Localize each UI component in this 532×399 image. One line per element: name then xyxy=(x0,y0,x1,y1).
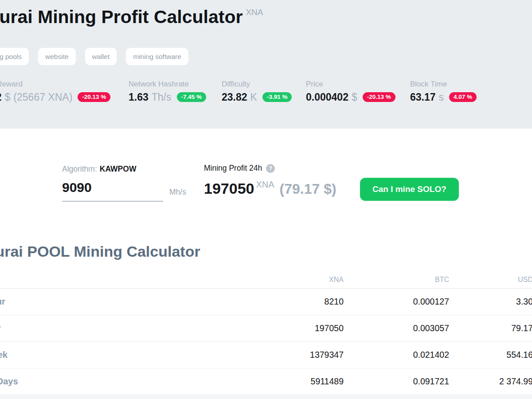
stat-unit: $ xyxy=(352,91,357,103)
calculator-section: Algorithm:KAWPOW Mining Profit 24h ? Mh/… xyxy=(0,129,532,222)
stat-value: 10.32 xyxy=(0,91,2,103)
pool-section-title: Neurai POOL Mining Calculator xyxy=(0,243,532,260)
coin-ticker-superscript: XNA xyxy=(246,8,263,17)
stat-unit: Th/s xyxy=(152,91,172,103)
profit-fiat-amount: (79.17 $) xyxy=(280,181,336,197)
change-badge: -7.45 % xyxy=(177,92,207,102)
stat-value: 23.82 xyxy=(222,91,247,103)
stat-unit: K xyxy=(250,91,257,103)
page-title: Neurai Mining Profit CalculatorXNA xyxy=(0,0,532,31)
stat-label: Block Reward xyxy=(0,80,129,89)
btc-column-header: BTC xyxy=(344,270,449,289)
xna-value: 1379347 xyxy=(140,342,344,368)
chip-website[interactable]: website xyxy=(38,48,76,65)
xna-column-header: XNA xyxy=(140,270,344,289)
table-row-day: Day 197050 0.003057 79.17 xyxy=(0,315,532,342)
stat-block-time: Block Time 63.17 s 4.07 % xyxy=(410,80,477,103)
table-row-30-days: 30 Days 5911489 0.091721 2 374.99 xyxy=(0,368,532,395)
hashrate-unit-label: Mh/s xyxy=(169,188,186,197)
profit-coin-amount: 197050 xyxy=(204,180,254,197)
pool-calculator-section: Neurai POOL Mining Calculator XNA BTC US… xyxy=(0,243,532,399)
period-label: Day xyxy=(0,315,140,342)
xna-value: 197050 xyxy=(140,315,344,342)
period-column-header xyxy=(0,270,140,289)
hashrate-input[interactable] xyxy=(62,179,163,202)
chip-mining-pools[interactable]: mining pools xyxy=(0,48,29,65)
page-title-text: Neurai Mining Profit Calculator xyxy=(0,7,243,27)
table-row-week: Week 1379347 0.021402 554.16 xyxy=(0,342,532,368)
change-badge: -20.13 % xyxy=(363,92,395,102)
stat-unit: s xyxy=(439,91,444,103)
profit-coin-ticker: XNA xyxy=(256,180,274,189)
xna-value: 5911489 xyxy=(140,368,344,395)
usd-value: 554.16 xyxy=(449,342,532,368)
quick-links: mining pools website wallet mining softw… xyxy=(0,48,532,65)
can-i-mine-solo-button[interactable]: Can I mine SOLO? xyxy=(360,178,459,201)
stat-price: Price 0.000402 $ -20.13 % xyxy=(306,80,410,103)
algorithm-row: Algorithm:KAWPOW xyxy=(62,164,136,174)
chip-mining-software[interactable]: mining software xyxy=(126,48,188,65)
network-stats-bar: Block Reward 10.32 $ (25667 XNA) -20.13 … xyxy=(0,80,532,103)
stat-unit: $ xyxy=(5,91,11,103)
period-label: Week xyxy=(0,342,140,368)
stat-value: 0.000402 xyxy=(306,91,348,103)
usd-column-header: USD xyxy=(449,270,532,289)
change-badge: 4.07 % xyxy=(449,92,477,102)
btc-value: 0.091721 xyxy=(344,368,449,395)
next-row-partial-band xyxy=(0,395,532,399)
pool-earnings-table: XNA BTC USD Hour 8210 0.000127 3.30 Day … xyxy=(0,270,532,395)
stat-label: Block Time xyxy=(410,80,477,89)
table-row-hour: Hour 8210 0.000127 3.30 xyxy=(0,289,532,315)
change-badge: -20.13 % xyxy=(78,92,110,102)
algorithm-value: KAWPOW xyxy=(100,164,137,173)
usd-value: 79.17 xyxy=(449,315,532,342)
usd-value: 3.30 xyxy=(449,289,532,315)
stat-value: 63.17 xyxy=(410,91,436,103)
xna-value: 8210 xyxy=(140,289,344,315)
stat-label: Price xyxy=(306,80,410,89)
usd-value: 2 374.99 xyxy=(449,368,532,395)
stat-difficulty: Difficulty 23.82 K -3.91 % xyxy=(222,80,306,103)
algorithm-label: Algorithm: xyxy=(62,164,97,173)
stat-extra: (25667 XNA) xyxy=(13,91,72,103)
page-content: Neurai Mining Profit CalculatorXNA minin… xyxy=(0,0,532,399)
stat-value: 1.63 xyxy=(129,91,149,103)
header-section: Neurai Mining Profit CalculatorXNA minin… xyxy=(0,0,532,129)
btc-value: 0.003057 xyxy=(344,315,449,342)
period-label: Hour xyxy=(0,289,140,315)
profit-value-row: 197050XNA(79.17 $) xyxy=(204,178,336,201)
chip-wallet[interactable]: wallet xyxy=(85,48,117,65)
stat-network-hashrate: Network Hashrate 1.63 Th/s -7.45 % xyxy=(129,80,222,103)
profit-label: Mining Profit 24h xyxy=(204,164,262,173)
stat-block-reward: Block Reward 10.32 $ (25667 XNA) -20.13 … xyxy=(0,80,129,103)
period-label: 30 Days xyxy=(0,368,140,395)
change-badge: -3.91 % xyxy=(262,92,292,102)
stat-label: Difficulty xyxy=(222,80,306,89)
profit-label-row: Mining Profit 24h ? xyxy=(204,164,275,173)
table-header-row: XNA BTC USD xyxy=(0,270,532,289)
btc-value: 0.000127 xyxy=(344,289,449,315)
btc-value: 0.021402 xyxy=(344,342,449,368)
stat-label: Network Hashrate xyxy=(129,80,222,89)
help-icon[interactable]: ? xyxy=(266,164,275,173)
